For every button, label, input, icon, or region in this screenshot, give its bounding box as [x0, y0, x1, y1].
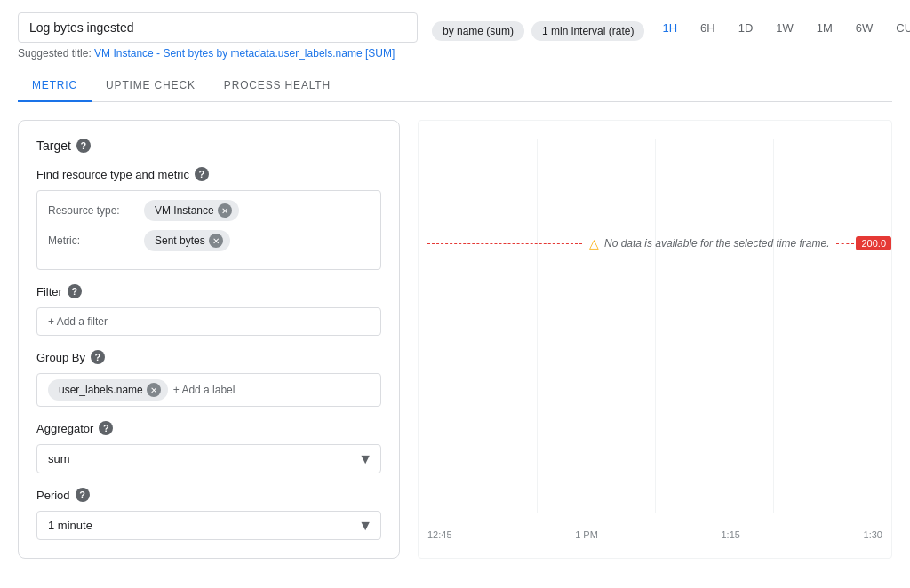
group-by-help-icon[interactable]: ?: [91, 350, 105, 364]
dashed-line-right: [836, 243, 854, 244]
warning-icon: △: [589, 236, 599, 250]
tab-uptime-check[interactable]: UPTIME CHECK: [92, 70, 210, 102]
add-label-text: + Add a label: [173, 384, 235, 396]
filter-title: Filter ?: [36, 284, 381, 298]
suggested-title-link[interactable]: VM Instance - Sent bytes by metadata.use…: [94, 47, 395, 60]
time-btn-custom[interactable]: CUSTOM: [892, 20, 910, 36]
no-data-text: No data is available for the selected ti…: [604, 237, 829, 250]
resource-metric-box: Resource type: VM Instance ✕ Metric: Sen…: [36, 190, 381, 270]
time-btn-1m[interactable]: 1M: [813, 20, 836, 36]
x-label-1: 1 PM: [575, 529, 598, 540]
main-content: Target ? Find resource type and metric ?…: [0, 102, 910, 576]
target-help-icon[interactable]: ?: [76, 139, 91, 153]
time-btn-1h[interactable]: 1H: [659, 20, 681, 36]
title-area: Suggested title: VM Instance - Sent byte…: [18, 12, 418, 60]
resource-type-row: Resource type: VM Instance ✕: [48, 200, 370, 221]
tab-bar: METRIC UPTIME CHECK PROCESS HEALTH: [18, 70, 892, 102]
time-btn-6h[interactable]: 6H: [697, 20, 719, 36]
grid-line-1: [537, 139, 538, 513]
target-section-title: Target ?: [36, 139, 381, 153]
metric-row: Metric: Sent bytes ✕: [48, 230, 370, 251]
filter-subsection: Filter ? + Add a filter: [36, 284, 381, 336]
metric-remove-btn[interactable]: ✕: [209, 234, 223, 248]
period-select[interactable]: 1 minute 5 minutes 10 minutes 1 hour: [36, 511, 381, 540]
metric-label: Metric:: [48, 234, 137, 247]
time-range-selector: 1H 6H 1D 1W 1M 6W CUSTOM: [659, 12, 910, 36]
group-by-box[interactable]: user_labels.name ✕ + Add a label: [36, 373, 381, 407]
group-by-remove-btn[interactable]: ✕: [147, 383, 161, 397]
period-title: Period ?: [36, 488, 381, 502]
chip-interval: 1 min interval (rate): [531, 21, 644, 41]
header: Suggested title: VM Instance - Sent byte…: [0, 0, 910, 60]
tab-process-health[interactable]: PROCESS HEALTH: [210, 70, 345, 102]
time-btn-6w[interactable]: 6W: [852, 20, 877, 36]
suggested-title: Suggested title: VM Instance - Sent byte…: [18, 47, 418, 60]
dashed-line-left: [427, 243, 582, 244]
time-btn-1w[interactable]: 1W: [772, 20, 797, 36]
x-label-0: 12:45: [427, 529, 452, 540]
period-help-icon[interactable]: ?: [76, 488, 90, 502]
chips-row: by name (sum) 1 min interval (rate): [432, 16, 644, 41]
add-filter-text: + Add a filter: [48, 315, 108, 328]
add-filter-box[interactable]: + Add a filter: [36, 307, 381, 336]
metric-value: Sent bytes: [155, 234, 205, 247]
resource-type-value: VM Instance: [155, 204, 214, 217]
no-data-line: △ No data is available for the selected …: [419, 236, 891, 250]
find-resource-title: Find resource type and metric ?: [36, 167, 381, 181]
group-by-subsection: Group By ? user_labels.name ✕ + Add a la…: [36, 350, 381, 407]
left-panel: Target ? Find resource type and metric ?…: [18, 120, 400, 559]
aggregator-select[interactable]: sum mean min max count: [36, 444, 381, 473]
chart-title-input[interactable]: [18, 12, 418, 43]
resource-type-label: Resource type:: [48, 204, 137, 217]
find-resource-help-icon[interactable]: ?: [195, 167, 209, 181]
metric-chip[interactable]: Sent bytes ✕: [144, 230, 230, 251]
x-label-2: 1:15: [722, 529, 740, 540]
grid-line-2: [655, 139, 656, 513]
no-data-content: △ No data is available for the selected …: [582, 236, 836, 250]
right-panel: △ No data is available for the selected …: [400, 120, 892, 559]
chart-area: △ No data is available for the selected …: [418, 120, 892, 559]
group-by-title: Group By ?: [36, 350, 381, 364]
aggregator-title: Aggregator ?: [36, 421, 381, 435]
resource-type-remove-btn[interactable]: ✕: [218, 203, 232, 218]
aggregator-help-icon[interactable]: ?: [99, 421, 113, 435]
chart-value-badge: 200.0: [856, 236, 891, 250]
x-label-3: 1:30: [864, 529, 882, 540]
period-subsection: Period ? 1 minute 5 minutes 10 minutes 1…: [36, 488, 381, 540]
chip-by-name: by name (sum): [432, 21, 524, 41]
time-btn-1d[interactable]: 1D: [735, 20, 757, 36]
group-by-value: user_labels.name: [59, 384, 143, 396]
resource-type-chip[interactable]: VM Instance ✕: [144, 200, 239, 221]
filter-help-icon[interactable]: ?: [68, 284, 82, 298]
aggregator-select-wrapper: sum mean min max count ▼: [36, 444, 381, 473]
grid-line-3: [773, 139, 774, 513]
x-axis: 12:45 1 PM 1:15 1:30: [427, 529, 882, 540]
group-by-chip[interactable]: user_labels.name ✕: [48, 379, 168, 401]
tab-metric[interactable]: METRIC: [18, 70, 92, 102]
period-select-wrapper: 1 minute 5 minutes 10 minutes 1 hour ▼: [36, 511, 381, 540]
target-section: Target ? Find resource type and metric ?…: [18, 120, 400, 559]
aggregator-subsection: Aggregator ? sum mean min max count ▼: [36, 421, 381, 473]
